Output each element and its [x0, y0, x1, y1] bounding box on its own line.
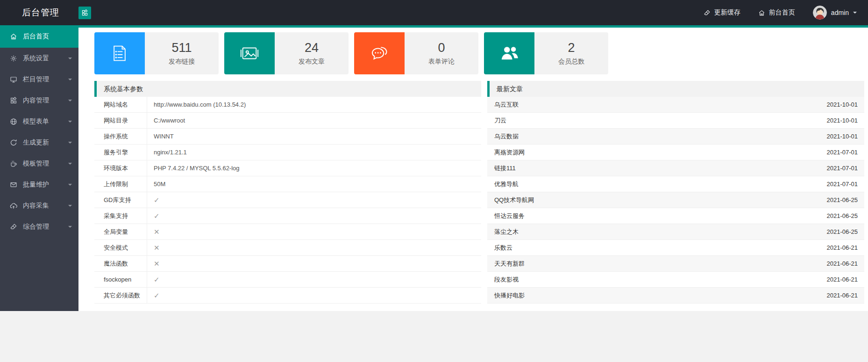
param-label: 安全模式 — [94, 240, 147, 255]
stat-value: 2 — [568, 41, 575, 55]
articles-list: 乌云互联 2021-10-01 刀云 2021-10-01 乌云数据 2021-… — [487, 97, 864, 304]
sidebar-item-columns[interactable]: 栏目管理 — [0, 69, 78, 90]
stat-label: 会员总数 — [558, 58, 584, 66]
article-date: 2021-06-21 — [827, 276, 858, 283]
param-label: 上传限制 — [94, 176, 147, 192]
article-date: 2021-10-01 — [827, 133, 858, 140]
sidebar-item-collect[interactable]: 内容采集 — [0, 195, 78, 216]
sidebar-item-templates[interactable]: 模板管理 — [0, 153, 78, 174]
param-value: ✓ — [147, 208, 160, 224]
param-value: ✕ — [147, 240, 160, 255]
image-icon — [224, 32, 275, 74]
article-date: 2021-07-01 — [827, 149, 858, 156]
system-params-table: 网站域名 http://www.baidu.com (10.13.54.2) 网… — [94, 97, 481, 304]
sidebar-item-generate[interactable]: 生成更新 — [0, 132, 78, 153]
sidebar-item-settings[interactable]: 系统设置 — [0, 48, 78, 69]
param-label: 采集支持 — [94, 208, 147, 224]
gear-icon — [10, 55, 18, 62]
param-value: 50M — [147, 176, 165, 192]
chevron-down-icon — [68, 100, 72, 103]
article-row[interactable]: 乐数云 2021-06-21 — [487, 240, 864, 256]
param-row: 网站目录 C:/wwwroot — [94, 113, 481, 129]
frontend-home-button[interactable]: 前台首页 — [758, 8, 795, 17]
system-params-panel: 系统基本参数 网站域名 http://www.baidu.com (10.13.… — [94, 81, 481, 304]
stat-card-members: 2 会员总数 — [484, 32, 608, 74]
article-title: 落尘之木 — [494, 228, 519, 236]
param-value: C:/wwwroot — [147, 113, 185, 128]
article-row[interactable]: 恒达云服务 2021-06-25 — [487, 208, 864, 224]
article-row[interactable]: 链接111 2021-07-01 — [487, 160, 864, 176]
globe-icon — [10, 118, 18, 125]
param-row: fsockopen ✓ — [94, 272, 481, 288]
article-row[interactable]: QQ技术导航网 2021-06-25 — [487, 192, 864, 208]
article-row[interactable]: 优雅导航 2021-07-01 — [487, 176, 864, 192]
article-title: 天天有新群 — [494, 260, 525, 268]
article-title: 优雅导航 — [494, 180, 519, 188]
param-row: 其它必须函数 ✓ — [94, 288, 481, 304]
param-label: 环境版本 — [94, 160, 147, 176]
article-row[interactable]: 乌云数据 2021-10-01 — [487, 129, 864, 145]
param-value: ✕ — [147, 256, 160, 271]
article-date: 2021-07-01 — [827, 165, 858, 172]
param-value: PHP 7.4.22 / MYSQL 5.5.62-log — [147, 160, 240, 176]
article-row[interactable]: 刀云 2021-10-01 — [487, 113, 864, 129]
article-title: 链接111 — [494, 164, 516, 173]
panel-title: 系统基本参数 — [94, 81, 481, 97]
home-icon — [758, 9, 765, 16]
comment-icon — [354, 32, 405, 74]
sidebar-item-misc[interactable]: 综合管理 — [0, 216, 78, 237]
refresh-icon — [10, 139, 18, 146]
username: admin — [831, 9, 849, 16]
stat-value: 24 — [305, 41, 319, 55]
chevron-down-icon — [68, 58, 72, 61]
article-date: 2021-06-25 — [827, 212, 858, 219]
article-row[interactable]: 落尘之木 2021-06-25 — [487, 224, 864, 240]
article-row[interactable]: 段友影视 2021-06-21 — [487, 272, 864, 288]
article-row[interactable]: 天天有新群 2021-06-21 — [487, 256, 864, 272]
sidebar-item-forms[interactable]: 模型表单 — [0, 111, 78, 132]
stat-label: 表单评论 — [428, 58, 455, 66]
stat-card-articles: 24 发布文章 — [224, 32, 349, 74]
avatar — [813, 6, 827, 20]
stat-card-comments: 0 表单评论 — [354, 32, 478, 74]
latest-articles-panel: 最新文章 乌云互联 2021-10-01 刀云 2021-10-01 乌云数据 … — [487, 81, 864, 304]
grid-icon — [81, 9, 88, 16]
param-row: 安全模式 ✕ — [94, 240, 481, 256]
panel-title: 最新文章 — [487, 81, 864, 97]
param-value: ✓ — [147, 192, 160, 208]
app-title: 后台管理 — [0, 7, 78, 19]
param-label: 操作系统 — [94, 129, 147, 144]
stat-value: 511 — [171, 41, 192, 55]
users-icon — [484, 32, 534, 74]
top-bar: 后台管理 更新缓存 前台首页 — [0, 0, 868, 25]
article-title: 离殇资源网 — [494, 148, 525, 157]
sidebar-menu: 后台首页 系统设置 栏目管理 内容管理 模型表单 生成更新 模板管理 批量维护 — [0, 25, 78, 237]
param-value: ✓ — [147, 272, 160, 287]
article-date: 2021-07-01 — [827, 181, 858, 188]
stat-card-links: 511 发布链接 — [94, 32, 219, 74]
article-date: 2021-10-01 — [827, 101, 858, 108]
eraser-icon — [10, 223, 18, 231]
article-title: 乌云互联 — [494, 101, 519, 109]
article-row[interactable]: 离殇资源网 2021-07-01 — [487, 145, 864, 160]
sidebar-item-content[interactable]: 内容管理 — [0, 90, 78, 111]
user-menu[interactable]: admin — [813, 6, 857, 20]
chevron-down-icon — [68, 79, 72, 82]
param-value: http://www.baidu.com (10.13.54.2) — [147, 97, 246, 112]
chevron-down-icon — [68, 205, 72, 209]
monitor-icon — [10, 76, 18, 83]
sidebar-item-home[interactable]: 后台首页 — [0, 25, 78, 48]
article-row[interactable]: 快播好电影 2021-06-21 — [487, 288, 864, 304]
chevron-down-icon — [68, 142, 72, 145]
grid-toggle-button[interactable] — [78, 7, 91, 19]
param-label: 服务引擎 — [94, 145, 147, 160]
eraser-icon — [704, 9, 711, 16]
sidebar-item-batch[interactable]: 批量维护 — [0, 174, 78, 195]
chevron-down-icon — [68, 226, 72, 230]
article-title: 快播好电影 — [494, 291, 525, 300]
param-value: WINNT — [147, 129, 174, 144]
update-cache-label: 更新缓存 — [714, 8, 740, 17]
update-cache-button[interactable]: 更新缓存 — [704, 8, 740, 17]
article-row[interactable]: 乌云互联 2021-10-01 — [487, 97, 864, 113]
param-label: GD库支持 — [94, 192, 147, 208]
